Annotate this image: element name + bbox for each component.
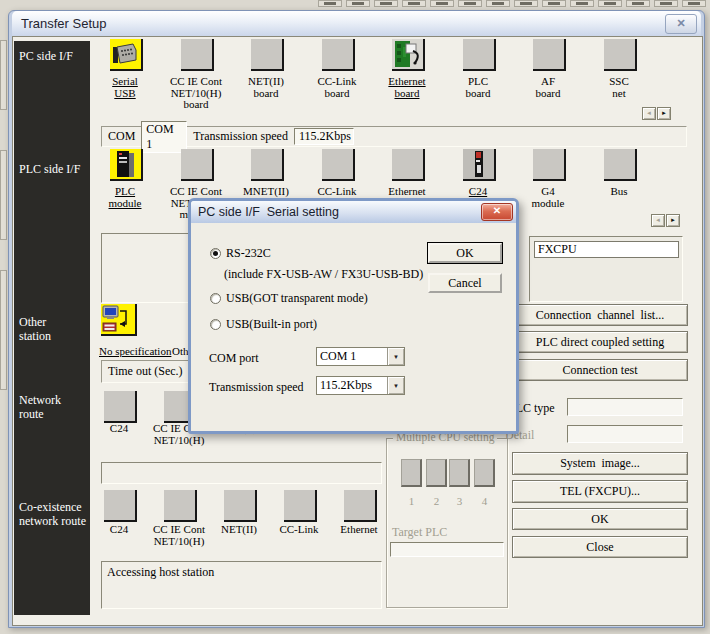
- radio-label-usb-built-in-port[interactable]: USB(Built-in port): [226, 317, 317, 332]
- radio-rs-232c[interactable]: [210, 248, 221, 259]
- transmission-speed-combo-value: 115.2Kbps: [317, 377, 387, 394]
- background-toolbar-fragment: [654, 0, 678, 7]
- cpu-slot-number: 3: [449, 495, 470, 507]
- pc-side-serial-usb-icon[interactable]: [110, 39, 143, 71]
- plc-direct-coupled-setting-button[interactable]: PLC direct coupled setting: [512, 331, 688, 353]
- coexistence-route-ethernet-label[interactable]: Ethernet: [319, 524, 399, 536]
- pc-side-af-board-label[interactable]: AF board: [508, 76, 588, 99]
- plc-side-mnet-ii-module-icon[interactable]: [251, 149, 284, 181]
- com-port-combo[interactable]: COM 1 ▼: [316, 347, 405, 366]
- radio-usb-built-in-port[interactable]: [210, 319, 221, 330]
- background-toolbar-fragment: [570, 0, 594, 7]
- transmission-speed-value: 115.2Kbps: [294, 128, 354, 145]
- plc-side-scroll-left-icon[interactable]: ◄: [651, 214, 665, 227]
- plc-type-field[interactable]: [567, 398, 683, 416]
- pc-side-plc-board-label[interactable]: PLC board: [438, 76, 518, 99]
- plc-side-scroll-right-icon[interactable]: ►: [666, 214, 680, 227]
- window-close-icon[interactable]: ✕: [665, 14, 697, 34]
- radio-usb-got-transparent-mode[interactable]: [210, 293, 221, 304]
- background-toolbar-fragment: [402, 0, 426, 7]
- pc-side-scroll-left-icon[interactable]: ◄: [642, 107, 656, 120]
- plc-side-plc-module-label[interactable]: PLC module: [85, 186, 165, 209]
- window-title: Transfer Setup: [21, 16, 107, 31]
- pc-side-cc-link-board-label[interactable]: CC-Link board: [297, 76, 377, 99]
- transfer-setup-titlebar[interactable]: Transfer Setup ✕: [12, 11, 701, 36]
- cpu-type-listbox[interactable]: FXCPU: [534, 241, 679, 258]
- coexistence-route-ethernet-icon[interactable]: [344, 490, 377, 522]
- pc-side-ssc-net-icon[interactable]: [604, 39, 637, 71]
- pc-side-scroll-right-icon[interactable]: ►: [657, 107, 671, 120]
- pc-side-cc-ie-cont-net-10-h-board-label[interactable]: CC IE Cont NET/10(H) board: [156, 76, 236, 111]
- plc-side-cc-ie-cont-net-10-h-module-icon[interactable]: [181, 149, 214, 181]
- target-plc-label: Target PLC: [392, 525, 447, 540]
- sidebar-label-network-route: Network route: [19, 393, 61, 421]
- transmission-speed-label: Transmission speed: [193, 129, 288, 144]
- background-edge-fragment: [0, 40, 7, 110]
- plc-side-ethernet-module-icon[interactable]: [392, 149, 425, 181]
- plc-side-plc-module-icon[interactable]: [110, 149, 143, 181]
- network-route-c24-icon[interactable]: [104, 391, 137, 423]
- transmission-speed-combo[interactable]: 115.2Kbps ▼: [316, 376, 405, 395]
- dialog-speed-label: Transmission speed: [209, 380, 304, 395]
- pc-side-cc-link-board-icon[interactable]: [322, 39, 355, 71]
- dialog-ok-button[interactable]: OK: [428, 243, 502, 263]
- plc-side-c24-label[interactable]: C24: [438, 186, 518, 198]
- serial-dialog-titlebar[interactable]: PC side I/F Serial setting ✕: [191, 201, 516, 223]
- tel-fxcpu-button[interactable]: TEL (FXCPU)...: [512, 480, 688, 503]
- plc-side-cc-link-module-icon[interactable]: [322, 149, 355, 181]
- plc-side-bus-label[interactable]: Bus: [579, 186, 659, 198]
- background-toolbar-fragment: [598, 0, 622, 7]
- serial-dialog-close-icon[interactable]: ✕: [481, 203, 513, 221]
- pc-side-net-ii-board-icon[interactable]: [251, 39, 284, 71]
- radio-label-rs-232c[interactable]: RS-232C: [226, 246, 271, 261]
- coexistence-route-cc-link-icon[interactable]: [284, 490, 317, 522]
- background-edge-fragment: [0, 270, 7, 390]
- pc-side-net-ii-board-label[interactable]: NET(II) board: [226, 76, 306, 99]
- plc-side-bus-icon[interactable]: [604, 149, 637, 181]
- pc-side-ethernet-board-icon[interactable]: [392, 39, 425, 71]
- coexistence-route-cc-ie-cont-net-10-h-icon[interactable]: [164, 490, 197, 522]
- cpu-slot-number: 2: [426, 495, 447, 507]
- cpu-slot-4: [474, 459, 495, 487]
- background-edge-fragment: [0, 150, 7, 240]
- radio-label-usb-got-transparent-mode[interactable]: USB(GOT transparent mode): [226, 291, 368, 306]
- dialog-cancel-button[interactable]: Cancel: [428, 273, 502, 293]
- chevron-down-icon[interactable]: ▼: [387, 377, 404, 394]
- cpu-slot-2: [426, 459, 447, 487]
- close-button[interactable]: Close: [512, 536, 688, 558]
- pc-side-ethernet-board-label[interactable]: Ethernet board: [367, 76, 447, 99]
- plc-side-c24-icon[interactable]: [463, 149, 496, 181]
- pc-side-ssc-net-label[interactable]: SSC net: [579, 76, 659, 99]
- cpu-slot-1: [401, 459, 422, 487]
- cpu-mode-panel: FXCPU: [529, 236, 683, 302]
- system-image-button[interactable]: System image...: [512, 452, 688, 475]
- transfer-setup-window: Transfer Setup ✕ PC side I/FPLC side I/F…: [8, 10, 705, 628]
- pc-side-af-board-icon[interactable]: [533, 39, 566, 71]
- dialog-com-port-label: COM port: [209, 351, 259, 366]
- sidebar-label-plc-side-i-f: PLC side I/F: [19, 162, 80, 176]
- cpu-slot-3: [449, 459, 470, 487]
- target-plc-field: [390, 542, 504, 557]
- pc-side-cc-ie-cont-net-10-h-board-icon[interactable]: [181, 39, 214, 71]
- serial-dialog-title: PC side I/F Serial setting: [198, 205, 339, 219]
- plc-side-g4-module-icon[interactable]: [533, 149, 566, 181]
- background-toolbar-fragment: [626, 0, 650, 7]
- chevron-down-icon[interactable]: ▼: [387, 348, 404, 365]
- sidebar-label-co-existence-network-route: Co-existence network route: [19, 500, 86, 528]
- multiple-cpu-setting-group: Multiple CPU setting 1234 Target PLC: [386, 438, 508, 608]
- com-value: COM 1: [141, 121, 187, 153]
- transfer-setup-client-area: PC side I/FPLC side I/FOther stationNetw…: [12, 36, 703, 626]
- no-specification-station-icon[interactable]: [101, 304, 137, 336]
- coexistence-route-c24-icon[interactable]: [104, 490, 137, 522]
- connection-channel-list-button[interactable]: Connection channel list...: [512, 304, 688, 326]
- connection-test-button[interactable]: Connection test: [512, 359, 688, 381]
- ok-button[interactable]: OK: [512, 508, 688, 530]
- pc-side-plc-board-icon[interactable]: [463, 39, 496, 71]
- sidebar-label-pc-side-i-f: PC side I/F: [19, 49, 73, 63]
- plc-side-g4-module-label[interactable]: G4 module: [508, 186, 588, 209]
- coexistence-route-net-ii-icon[interactable]: [224, 490, 257, 522]
- network-route-description-box: [101, 462, 382, 484]
- com-settings-bar: COM COM 1 Transmission speed 115.2Kbps: [101, 126, 687, 147]
- accessing-host-station-box: Accessing host station: [101, 561, 382, 609]
- pc-side-serial-usb-label[interactable]: Serial USB: [85, 76, 165, 99]
